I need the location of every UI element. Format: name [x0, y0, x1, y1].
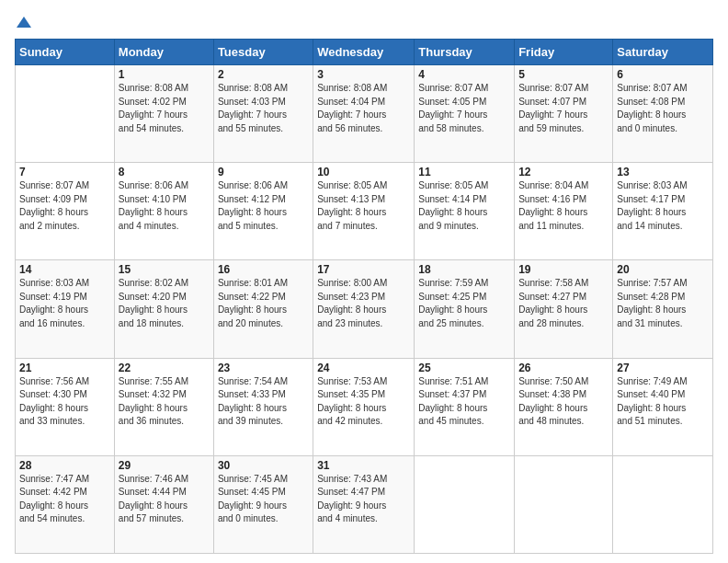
day-number: 17	[317, 263, 410, 276]
day-number: 2	[218, 68, 309, 81]
svg-marker-0	[17, 17, 31, 28]
day-info: Sunrise: 8:06 AM Sunset: 4:10 PM Dayligh…	[119, 179, 210, 233]
day-number: 27	[617, 362, 709, 374]
calendar-cell: 29Sunrise: 7:46 AM Sunset: 4:44 PM Dayli…	[114, 455, 213, 553]
calendar-cell: 12Sunrise: 8:04 AM Sunset: 4:16 PM Dayli…	[515, 163, 613, 260]
weekday-header: Friday	[515, 40, 613, 65]
calendar-cell: 25Sunrise: 7:51 AM Sunset: 4:37 PM Dayli…	[415, 358, 515, 455]
calendar-week-row: 21Sunrise: 7:56 AM Sunset: 4:30 PM Dayli…	[16, 358, 713, 455]
day-number: 30	[218, 459, 309, 472]
calendar-cell: 16Sunrise: 8:01 AM Sunset: 4:22 PM Dayli…	[213, 260, 313, 358]
weekday-header-row: SundayMondayTuesdayWednesdayThursdayFrid…	[16, 40, 713, 65]
day-number: 29	[119, 459, 210, 472]
day-number: 6	[617, 68, 709, 81]
calendar-cell: 13Sunrise: 8:03 AM Sunset: 4:17 PM Dayli…	[613, 163, 713, 260]
day-number: 21	[19, 362, 110, 374]
day-number: 3	[317, 68, 410, 81]
logo-triangle-icon	[17, 15, 31, 29]
day-info: Sunrise: 8:05 AM Sunset: 4:13 PM Dayligh…	[317, 179, 410, 233]
calendar-week-row: 14Sunrise: 8:03 AM Sunset: 4:19 PM Dayli…	[16, 260, 713, 358]
calendar-cell	[613, 455, 713, 553]
day-info: Sunrise: 8:07 AM Sunset: 4:05 PM Dayligh…	[418, 82, 510, 135]
calendar-week-row: 1Sunrise: 8:08 AM Sunset: 4:02 PM Daylig…	[16, 65, 713, 163]
day-info: Sunrise: 8:04 AM Sunset: 4:16 PM Dayligh…	[518, 179, 609, 233]
calendar-cell: 20Sunrise: 7:57 AM Sunset: 4:28 PM Dayli…	[613, 260, 713, 358]
day-info: Sunrise: 7:54 AM Sunset: 4:33 PM Dayligh…	[218, 375, 309, 429]
day-number: 22	[119, 362, 210, 374]
calendar-cell: 3Sunrise: 8:08 AM Sunset: 4:04 PM Daylig…	[313, 65, 415, 163]
day-info: Sunrise: 7:57 AM Sunset: 4:28 PM Dayligh…	[617, 277, 709, 330]
day-info: Sunrise: 8:02 AM Sunset: 4:20 PM Dayligh…	[119, 277, 210, 330]
day-info: Sunrise: 7:56 AM Sunset: 4:30 PM Dayligh…	[19, 375, 110, 429]
calendar-cell: 24Sunrise: 7:53 AM Sunset: 4:35 PM Dayli…	[313, 358, 415, 455]
day-number: 31	[317, 459, 410, 472]
day-number: 19	[518, 263, 609, 276]
day-number: 8	[119, 166, 210, 178]
day-info: Sunrise: 8:01 AM Sunset: 4:22 PM Dayligh…	[218, 277, 309, 330]
day-number: 18	[418, 263, 510, 276]
day-info: Sunrise: 8:03 AM Sunset: 4:19 PM Dayligh…	[19, 277, 110, 330]
day-number: 10	[317, 166, 410, 178]
day-info: Sunrise: 7:45 AM Sunset: 4:45 PM Dayligh…	[218, 473, 309, 526]
calendar-cell	[515, 455, 613, 553]
day-info: Sunrise: 7:51 AM Sunset: 4:37 PM Dayligh…	[418, 375, 510, 429]
page: SundayMondayTuesdayWednesdayThursdayFrid…	[0, 0, 728, 563]
weekday-header: Wednesday	[313, 40, 415, 65]
day-number: 24	[317, 362, 410, 374]
day-info: Sunrise: 8:08 AM Sunset: 4:04 PM Dayligh…	[317, 82, 410, 135]
calendar-cell: 5Sunrise: 8:07 AM Sunset: 4:07 PM Daylig…	[515, 65, 613, 163]
day-info: Sunrise: 8:07 AM Sunset: 4:08 PM Dayligh…	[617, 82, 709, 135]
calendar-cell	[415, 455, 515, 553]
weekday-header: Tuesday	[213, 40, 313, 65]
day-info: Sunrise: 7:55 AM Sunset: 4:32 PM Dayligh…	[119, 375, 210, 429]
calendar-cell: 28Sunrise: 7:47 AM Sunset: 4:42 PM Dayli…	[16, 455, 115, 553]
day-number: 28	[19, 459, 110, 472]
calendar-cell: 2Sunrise: 8:08 AM Sunset: 4:03 PM Daylig…	[213, 65, 313, 163]
day-info: Sunrise: 8:03 AM Sunset: 4:17 PM Dayligh…	[617, 179, 709, 233]
day-info: Sunrise: 7:58 AM Sunset: 4:27 PM Dayligh…	[518, 277, 609, 330]
day-number: 14	[19, 263, 110, 276]
calendar-cell: 21Sunrise: 7:56 AM Sunset: 4:30 PM Dayli…	[16, 358, 115, 455]
day-info: Sunrise: 8:07 AM Sunset: 4:09 PM Dayligh…	[19, 179, 110, 233]
calendar-cell: 8Sunrise: 8:06 AM Sunset: 4:10 PM Daylig…	[114, 163, 213, 260]
day-number: 20	[617, 263, 709, 276]
calendar-cell: 10Sunrise: 8:05 AM Sunset: 4:13 PM Dayli…	[313, 163, 415, 260]
day-info: Sunrise: 7:43 AM Sunset: 4:47 PM Dayligh…	[317, 473, 410, 526]
calendar-cell: 6Sunrise: 8:07 AM Sunset: 4:08 PM Daylig…	[613, 65, 713, 163]
day-info: Sunrise: 8:06 AM Sunset: 4:12 PM Dayligh…	[218, 179, 309, 233]
calendar-cell: 4Sunrise: 8:07 AM Sunset: 4:05 PM Daylig…	[415, 65, 515, 163]
weekday-header: Thursday	[415, 40, 515, 65]
weekday-header: Monday	[114, 40, 213, 65]
logo	[15, 15, 31, 29]
calendar-cell: 30Sunrise: 7:45 AM Sunset: 4:45 PM Dayli…	[213, 455, 313, 553]
calendar-cell: 22Sunrise: 7:55 AM Sunset: 4:32 PM Dayli…	[114, 358, 213, 455]
day-number: 1	[119, 68, 210, 81]
calendar-cell: 27Sunrise: 7:49 AM Sunset: 4:40 PM Dayli…	[613, 358, 713, 455]
calendar-cell: 31Sunrise: 7:43 AM Sunset: 4:47 PM Dayli…	[313, 455, 415, 553]
day-number: 25	[418, 362, 510, 374]
calendar-cell: 26Sunrise: 7:50 AM Sunset: 4:38 PM Dayli…	[515, 358, 613, 455]
calendar-cell: 15Sunrise: 8:02 AM Sunset: 4:20 PM Dayli…	[114, 260, 213, 358]
calendar-cell: 7Sunrise: 8:07 AM Sunset: 4:09 PM Daylig…	[16, 163, 115, 260]
calendar-week-row: 7Sunrise: 8:07 AM Sunset: 4:09 PM Daylig…	[16, 163, 713, 260]
day-number: 26	[518, 362, 609, 374]
day-number: 9	[218, 166, 309, 178]
day-number: 13	[617, 166, 709, 178]
day-number: 23	[218, 362, 309, 374]
day-info: Sunrise: 7:47 AM Sunset: 4:42 PM Dayligh…	[19, 473, 110, 526]
day-info: Sunrise: 8:08 AM Sunset: 4:02 PM Dayligh…	[119, 82, 210, 135]
day-info: Sunrise: 7:50 AM Sunset: 4:38 PM Dayligh…	[518, 375, 609, 429]
day-number: 15	[119, 263, 210, 276]
calendar-cell: 19Sunrise: 7:58 AM Sunset: 4:27 PM Dayli…	[515, 260, 613, 358]
calendar-cell: 11Sunrise: 8:05 AM Sunset: 4:14 PM Dayli…	[415, 163, 515, 260]
day-number: 7	[19, 166, 110, 178]
calendar-cell: 23Sunrise: 7:54 AM Sunset: 4:33 PM Dayli…	[213, 358, 313, 455]
calendar-cell: 17Sunrise: 8:00 AM Sunset: 4:23 PM Dayli…	[313, 260, 415, 358]
weekday-header: Saturday	[613, 40, 713, 65]
calendar-week-row: 28Sunrise: 7:47 AM Sunset: 4:42 PM Dayli…	[16, 455, 713, 553]
day-number: 4	[418, 68, 510, 81]
weekday-header: Sunday	[16, 40, 115, 65]
day-info: Sunrise: 7:49 AM Sunset: 4:40 PM Dayligh…	[617, 375, 709, 429]
calendar-cell	[16, 65, 115, 163]
day-number: 5	[518, 68, 609, 81]
